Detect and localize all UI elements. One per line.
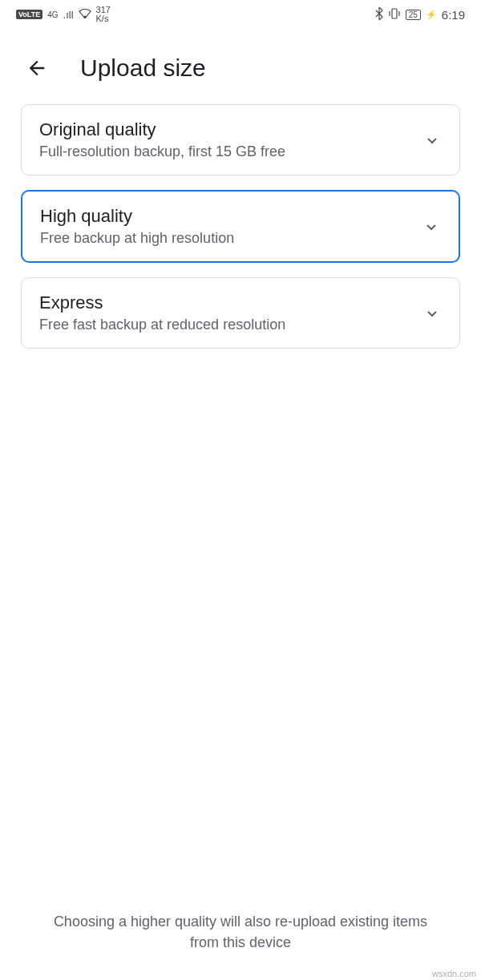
option-text: Original quality Full-resolution backup,… <box>39 119 285 160</box>
chevron-down-icon <box>422 131 442 150</box>
chevron-down-icon <box>422 217 441 236</box>
volte-badge: VoLTE <box>16 10 42 19</box>
option-subtitle: Free fast backup at reduced resolution <box>39 317 285 333</box>
back-arrow-icon[interactable] <box>26 57 48 79</box>
network-type: 4G <box>47 10 58 19</box>
signal-icon: .ıll <box>63 9 74 21</box>
option-title: Express <box>39 292 285 313</box>
option-text: Express Free fast backup at reduced reso… <box>39 292 285 333</box>
status-left: VoLTE 4G .ıll 317 K/s <box>16 6 111 23</box>
option-title: High quality <box>40 206 234 227</box>
option-subtitle: Free backup at high resolution <box>40 230 234 247</box>
footer-note: Choosing a higher quality will also re-u… <box>0 911 481 953</box>
option-original-quality[interactable]: Original quality Full-resolution backup,… <box>21 104 460 175</box>
wifi-icon <box>79 9 91 21</box>
options-list: Original quality Full-resolution backup,… <box>0 104 481 349</box>
net-speed: 317 K/s <box>96 6 111 23</box>
option-subtitle: Full-resolution backup, first 15 GB free <box>39 143 285 160</box>
battery-icon: 25 <box>406 10 421 20</box>
battery-bolt-icon: ⚡ <box>426 10 437 20</box>
page-title: Upload size <box>80 54 206 82</box>
chevron-down-icon <box>422 304 442 323</box>
header: Upload size <box>0 26 481 104</box>
option-title: Original quality <box>39 119 285 140</box>
vibrate-icon <box>388 8 401 22</box>
status-right: 25 ⚡ 6:19 <box>375 7 465 22</box>
clock: 6:19 <box>442 8 465 22</box>
option-express[interactable]: Express Free fast backup at reduced reso… <box>21 277 460 349</box>
bluetooth-icon <box>375 7 383 22</box>
svg-point-0 <box>83 15 86 18</box>
option-text: High quality Free backup at high resolut… <box>40 206 234 247</box>
watermark: wsxdn.com <box>432 969 476 978</box>
option-high-quality[interactable]: High quality Free backup at high resolut… <box>21 190 460 263</box>
speed-unit: K/s <box>96 14 111 23</box>
status-bar: VoLTE 4G .ıll 317 K/s 25 ⚡ 6:19 <box>0 0 481 26</box>
svg-rect-1 <box>392 9 397 18</box>
